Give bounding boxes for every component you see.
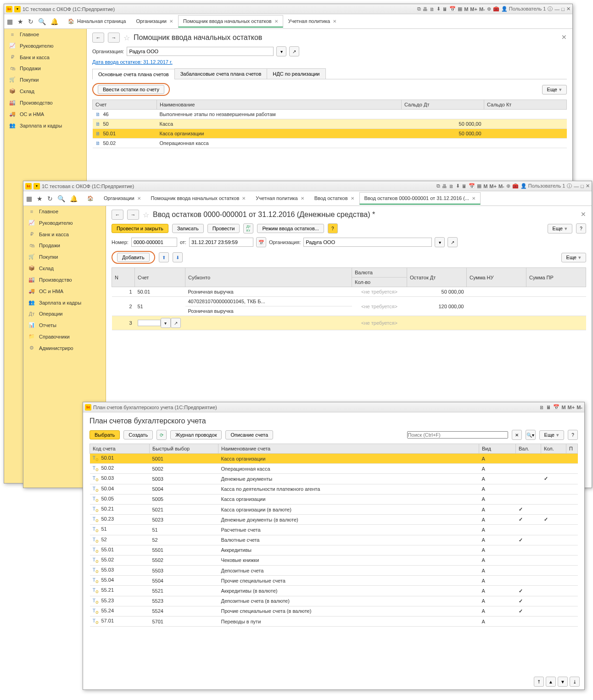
search-options-icon[interactable]: 🔍▾: [526, 430, 536, 440]
add-button[interactable]: Добавить: [117, 253, 150, 262]
sidebar-item-stock[interactable]: 📦Склад: [23, 262, 106, 274]
question-icon[interactable]: ?: [576, 223, 586, 233]
card-icon[interactable]: ▦: [477, 183, 481, 189]
favorite-icon[interactable]: ★: [37, 195, 43, 202]
calc-icon[interactable]: 🖩: [442, 6, 448, 12]
calendar-icon[interactable]: 📅: [469, 183, 475, 189]
dropdown-icon[interactable]: ▾: [161, 318, 171, 328]
table-row[interactable]: To 50.215021Касса организации (в валюте)…: [90, 504, 578, 514]
close-icon[interactable]: ✕: [581, 211, 586, 218]
table-row[interactable]: To 50.045004Касса по деятельности платеж…: [90, 484, 578, 494]
num-input[interactable]: [131, 238, 177, 247]
table-row[interactable]: To 50.025002Операционная кассаА: [90, 464, 578, 474]
journal-button[interactable]: Журнал проводок: [170, 430, 222, 439]
table-row[interactable]: To 55.245524Прочие специальные счета (в …: [90, 606, 578, 616]
col-subconto[interactable]: Субконто: [185, 268, 352, 287]
sidebar-item-refs[interactable]: 📁Справочники: [23, 331, 106, 342]
history-icon[interactable]: ↻: [47, 195, 53, 202]
tab-assistant[interactable]: Помощник ввода начальных остатков✕: [178, 15, 283, 28]
table-row[interactable]: To 5252Валютные счетаА✓: [90, 535, 578, 545]
more-button[interactable]: Еще: [561, 253, 586, 262]
tab-org[interactable]: Организации✕: [131, 15, 178, 28]
calc-icon[interactable]: 🖩: [546, 405, 551, 410]
dt-kt-icon[interactable]: ДтКт: [243, 223, 253, 233]
subtab-vat[interactable]: НДС по реализации: [267, 68, 325, 79]
nav-bottom-icon[interactable]: ⤓: [570, 677, 580, 687]
table-row-editing[interactable]: 3 ▾↗ <не требуется>: [112, 316, 586, 330]
table-row[interactable]: 🗎46Выполненные этапы по незавершенным ра…: [93, 110, 567, 119]
m-icon[interactable]: M: [464, 6, 468, 12]
post-button[interactable]: Провести: [207, 224, 240, 233]
toolbar-icon[interactable]: ⧉: [436, 183, 440, 189]
tab-policy[interactable]: Учетная политика✕: [251, 192, 309, 205]
table-row-selected[interactable]: 🗎50.01Касса организации50 000,00: [93, 129, 567, 139]
table-row[interactable]: To 55.045504Прочие специальные счетаА: [90, 576, 578, 586]
forward-button[interactable]: →: [127, 210, 139, 220]
col-qty[interactable]: Кол-во: [352, 278, 407, 287]
dropdown-icon[interactable]: ▾: [276, 46, 286, 56]
col-val[interactable]: Вал.: [516, 444, 541, 454]
sidebar-item-stock[interactable]: 📦Склад: [4, 85, 86, 97]
col-name[interactable]: Наименование: [157, 100, 402, 110]
table-row[interactable]: To 57.015701Переводы в путиА: [90, 617, 578, 627]
m-plus-icon[interactable]: M+: [489, 183, 497, 189]
col-name[interactable]: Наименование счета: [218, 444, 479, 454]
m-plus-icon[interactable]: M+: [568, 405, 575, 410]
sidebar-item-admin[interactable]: ⚙Администриро: [23, 342, 106, 354]
close-icon[interactable]: ✕: [274, 19, 278, 24]
col-sum-nu[interactable]: Сумма НУ: [467, 268, 526, 287]
move-down-icon[interactable]: ⬇: [173, 252, 183, 262]
clear-search-icon[interactable]: ✕: [512, 430, 522, 440]
refresh-icon[interactable]: ⟳: [157, 430, 167, 440]
sidebar-item-purchase[interactable]: 🛒Покупки: [4, 74, 86, 85]
doc-icon[interactable]: 🗎: [539, 405, 544, 410]
subtab-main-accounts[interactable]: Основные счета плана счетов: [92, 69, 175, 79]
table-row[interactable]: To 55.025502Чековые книжкиА: [90, 555, 578, 565]
print-icon[interactable]: 🖶: [423, 6, 428, 12]
maximize-icon[interactable]: □: [561, 6, 565, 12]
nav-up-icon[interactable]: ▲: [546, 677, 556, 687]
tab-assistant[interactable]: Помощник ввода начальных остатков✕: [146, 192, 251, 205]
forward-button[interactable]: →: [108, 33, 120, 43]
col-currency[interactable]: Валюта: [352, 268, 407, 278]
search-input[interactable]: [407, 431, 508, 439]
table-row[interactable]: 🗎50.02Операционная касса: [93, 139, 567, 148]
col-kind[interactable]: Вид: [479, 444, 516, 454]
subtab-offbalance[interactable]: Забалансовые счета плана счетов: [174, 68, 268, 79]
save-icon[interactable]: ⬇: [436, 6, 441, 12]
toolbar-icon[interactable]: ⧉: [417, 6, 421, 12]
nav-down-icon[interactable]: ▼: [558, 677, 568, 687]
close-icon[interactable]: ✕: [586, 183, 590, 189]
back-button[interactable]: ←: [112, 210, 123, 220]
sidebar-item-manager[interactable]: 📈Руководителю: [4, 40, 86, 51]
dropdown-icon[interactable]: ▾: [34, 183, 40, 189]
col-debit[interactable]: Остаток Дт: [407, 268, 467, 287]
zoom-icon[interactable]: ⊕: [506, 183, 510, 189]
minimize-icon[interactable]: —: [554, 6, 559, 12]
tab-entry-doc[interactable]: Ввод остатков 0000-000001 от 31.12.2016 …: [359, 192, 481, 205]
col-n[interactable]: N: [112, 268, 135, 287]
close-icon[interactable]: ✕: [566, 6, 571, 12]
calendar-icon[interactable]: 📅: [256, 237, 266, 247]
sidebar-item-main[interactable]: ≡Главное: [23, 206, 106, 217]
sidebar-item-production[interactable]: 🏭Производство: [4, 97, 86, 108]
tab-home[interactable]: 🏠: [82, 192, 99, 205]
titlebar[interactable]: 1c ▾ 1С тестовая с ОКОФ (1С:Предприятие)…: [23, 181, 592, 191]
dropdown-icon[interactable]: ▾: [14, 6, 21, 12]
sidebar-item-sales[interactable]: 🛍Продажи: [23, 240, 106, 251]
date-input[interactable]: [189, 238, 253, 247]
enter-balances-button[interactable]: Ввести остатки по счету: [98, 85, 164, 94]
col-debit[interactable]: Сальдо Дт: [402, 100, 484, 110]
history-icon[interactable]: ↻: [28, 18, 34, 25]
col-account[interactable]: Счет: [93, 100, 157, 110]
m-minus-icon[interactable]: M-: [479, 6, 485, 12]
toolbox-icon[interactable]: 🧰: [512, 183, 519, 189]
account-cell-input[interactable]: [138, 320, 161, 326]
close-icon[interactable]: ✕: [333, 19, 336, 24]
balance-date-link[interactable]: Дата ввода остатков: 31.12.2017 г.: [92, 59, 173, 65]
table-row[interactable]: To 50.235023Денежные документы (в валюте…: [90, 515, 578, 525]
favorite-icon[interactable]: ★: [17, 18, 23, 25]
col-kol[interactable]: Кол.: [541, 444, 566, 454]
table-row[interactable]: 🗎50Касса50 000,00: [93, 119, 567, 129]
save-button[interactable]: Записать: [172, 224, 204, 233]
